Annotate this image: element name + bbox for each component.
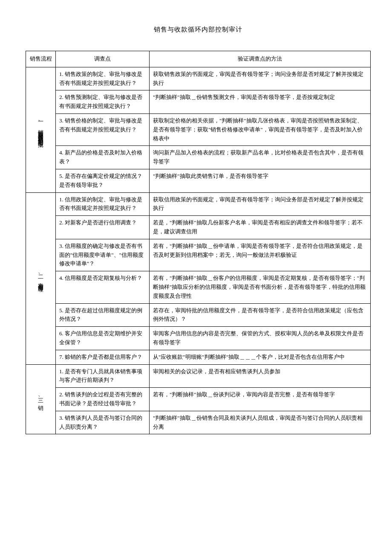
header-verify: 验证调查点的方法 [150,51,371,67]
checkpoint-1-5: 6. 客户信用信息是否定期维护并安全保管？ [56,327,150,350]
verify-1-1: 若是，"判断抽样"抽取几份新客户名单，审阅是否有相应的调查文件和领导签字；若不是… [150,216,371,239]
verify-1-5: 审阅客户信用信息的内容是否完整、保管的方式、授权审阅人员的名单及权限文件是否有领… [150,327,371,350]
process-label-0: 一、销售政策和销售价格的制定与审批 [36,118,46,138]
header-process: 销售流程 [26,51,56,67]
checkpoint-0-0: 1. 销售政策的制定、审批与修改是否有书面规定并按照规定执行？ [56,67,150,90]
verify-0-4: "判断抽样"抽取此类销售订单，是否有领导签字 [150,169,371,192]
verify-1-0: 获取信用政策的书面规定，审阅是否有领导签字；询问业务部是否对规定了解并按规定执行 [150,192,371,216]
verify-1-6: 从"应收账款"明细账"判断抽样"抽取＿＿＿个客户，比对是否包含在信用客户中 [150,350,371,364]
checkpoint-0-2: 3. 销售价格的制定、审批与修改是否有书面规定并按照规定执行？ [56,113,150,145]
checkpoint-2-1: 2. 销售谈判的全过程是否有完整的书面记录？是否经过领导审批？ [56,388,150,411]
checkpoint-2-2: 3. 销售谈判人员是否与签订合同的人员职责分离？ [56,411,150,434]
checkpoint-1-6: 7. 赊销的客户是否都是信用客户？ [56,350,150,364]
header-checkpoints: 调查点 [56,51,150,67]
process-label-2: 三、销 [36,394,46,402]
verify-0-2: 获取制定价格的相关依据，"判断抽样"抽取几张价格表，审阅是否按照销售政策制定、是… [150,113,371,145]
process-label-1: 二、客户信用管理 [36,271,46,283]
verify-0-1: "判断抽样"抽取＿份销售预测文件，审阅是否有领导签字，是否按规定制定 [150,90,371,114]
checkpoint-0-1: 2. 销售预测制定、审批与修改是否有书面规定并按照规定执行？ [56,90,150,114]
verify-2-0: 审阅相关的会议记录，是否有相应销售谈判人员参加 [150,364,371,388]
checkpoint-1-3: 4. 信用额度是否定期复核与分析？ [56,271,150,303]
process-cell-1: 二、客户信用管理 [26,192,56,364]
verify-1-3: 若有，"判断抽样"抽取＿份客户的信用额度，审阅是否定期复核，是否有领导签字；"判… [150,271,371,303]
process-cell-0: 一、销售政策和销售价格的制定与审批 [26,67,56,192]
page-title: 销售与收款循环内部控制审计 [26,26,371,34]
verify-0-3: 询问新产品加入价格表的流程；获取新产品名单，比对价格表是否包含其中，是否有领导签… [150,146,371,169]
checkpoint-1-2: 3. 信用额度的确定与修改是否有书面的"信用额度申请单"、"信用额度修改申请单"… [56,239,150,271]
main-table: 销售流程 调查点 验证调查点的方法 一、销售政策和销售价格的制定与审批1. 销售… [26,51,371,434]
verify-2-2: "判断抽样"抽取＿份销售合同及相关谈判人员组成，审阅是否与签订合同的人员职责相分… [150,411,371,434]
checkpoint-1-4: 5. 是否存在超过信用额度规定的例外情况？ [56,303,150,327]
checkpoint-1-1: 2. 对新客户是否进行信用调查？ [56,216,150,239]
verify-1-2: 若有，"判断抽样"抽取＿份申请单，审阅是否有领导签字，是否符合信用政策规定，是否… [150,239,371,271]
verify-1-4: 若存在，审阅特批的信用额度文件，是否有领导签字，是否符合信用政策规定（应包含例外… [150,303,371,327]
process-cell-2: 三、销 [26,364,56,434]
checkpoint-2-0: 1. 是否有专门人员就具体销售事项与客户进行前期谈判？ [56,364,150,388]
checkpoint-0-3: 4. 新产品的价格是否及时加入价格表？ [56,146,150,169]
checkpoint-0-4: 5. 是否存在偏离定价规定的情况？是否有领导审批？ [56,169,150,192]
verify-2-1: 若有，"判断抽样"抽取＿份谈判记录，审阅内容是否完整，是否有领导签字 [150,388,371,411]
verify-0-0: 获取销售政策的书面规定，审阅是否有领导签字；询问业务部是否对规定了解并按规定执行 [150,67,371,90]
checkpoint-1-0: 1. 信用政策的制定、审批与修改是否有书面规定并按照规定执行？ [56,192,150,216]
